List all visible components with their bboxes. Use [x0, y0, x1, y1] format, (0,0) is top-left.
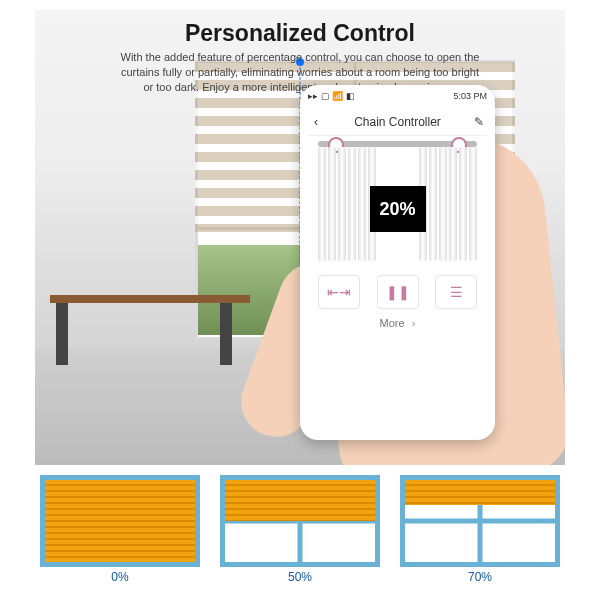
- desk: [50, 295, 250, 365]
- pause-button[interactable]: ❚❚: [377, 275, 419, 309]
- swatch-0: 0%: [35, 475, 205, 590]
- curtain-visual[interactable]: 20%: [318, 141, 477, 261]
- swatch-row: 0% 50% 70%: [35, 475, 565, 590]
- app-bar: ‹ Chain Controller ✎: [308, 109, 487, 136]
- swatch-window: [220, 475, 380, 567]
- percent-display: 20%: [370, 186, 426, 232]
- product-graphic: 80% Personalized Control With the added …: [0, 0, 600, 600]
- curtain-fold: [338, 147, 346, 261]
- curtain-fold: [328, 147, 336, 261]
- swatch-blind: [45, 480, 195, 562]
- chevron-right-icon: ›: [412, 317, 416, 329]
- curtain-fold: [459, 147, 467, 261]
- more-label: More: [380, 317, 405, 329]
- curtain-fold: [358, 147, 366, 261]
- swatch-label: 50%: [288, 570, 312, 584]
- phone: ▸▸ ▢ 📶 ◧ 5:03 PM ‹ Chain Controller ✎: [300, 85, 495, 440]
- close-button[interactable]: ☰: [435, 275, 477, 309]
- window-sash-h: [405, 519, 555, 524]
- swatch-window: [40, 475, 200, 567]
- swatch-blind: [405, 480, 555, 505]
- app-title: Chain Controller: [354, 115, 441, 129]
- status-icons-left: ▸▸ ▢ 📶 ◧: [308, 91, 355, 101]
- headline: Personalized Control: [70, 20, 530, 47]
- more-row[interactable]: More ›: [300, 317, 495, 329]
- curtain-fold: [469, 147, 477, 261]
- edit-icon[interactable]: ✎: [471, 114, 487, 130]
- swatch-2: 70%: [395, 475, 565, 590]
- phone-statusbar: ▸▸ ▢ 📶 ◧ 5:03 PM: [308, 91, 487, 105]
- control-row: ⇤⇥ ❚❚ ☰: [318, 275, 477, 309]
- curtain-fold: [429, 147, 437, 261]
- swatch-1: 50%: [215, 475, 385, 590]
- desk-leg: [220, 303, 232, 365]
- desk-leg: [56, 303, 68, 365]
- desk-top: [50, 295, 250, 303]
- swatch-label: 0%: [111, 570, 128, 584]
- status-time: 5:03 PM: [453, 91, 487, 101]
- swatch-window: [400, 475, 560, 567]
- curtain-fold: [439, 147, 447, 261]
- swatch-blind: [225, 480, 375, 521]
- open-button[interactable]: ⇤⇥: [318, 275, 360, 309]
- curtain-fold: [348, 147, 356, 261]
- curtain-fold: [449, 147, 457, 261]
- back-icon[interactable]: ‹: [308, 114, 324, 130]
- curtain-right: [417, 147, 477, 261]
- swatch-label: 70%: [468, 570, 492, 584]
- hero-room: 80% Personalized Control With the added …: [35, 10, 565, 465]
- curtain-fold: [318, 147, 326, 261]
- hand-holding-phone: ▸▸ ▢ 📶 ◧ 5:03 PM ‹ Chain Controller ✎: [245, 80, 555, 465]
